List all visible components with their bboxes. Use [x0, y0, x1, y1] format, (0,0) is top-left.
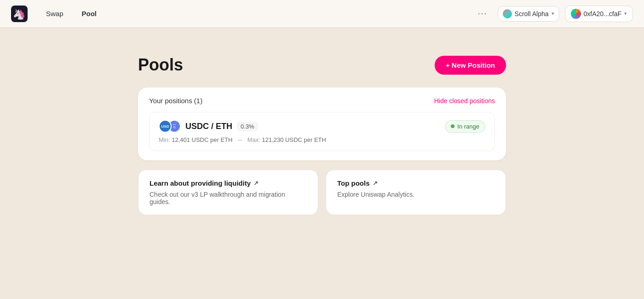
logo-area: 🦄 — [11, 6, 28, 22]
info-cards: Learn about providing liquidity ↗ Check … — [138, 170, 506, 215]
header-right: ··· Scroll Alpha ▾ 0xfA20...cfaF ▾ — [473, 6, 633, 22]
in-range-badge: In range — [445, 120, 485, 133]
learn-external-link-icon: ↗ — [253, 180, 259, 187]
wallet-icon — [571, 9, 581, 19]
max-value: 121,230 USDC per ETH — [262, 136, 326, 143]
in-range-dot — [451, 124, 454, 128]
main-content: Pools + New Position Your positions (1) … — [0, 28, 644, 299]
pair-name: USDC / ETH — [185, 122, 232, 131]
min-label: Min: — [159, 136, 170, 143]
positions-title: Your positions (1) — [149, 97, 202, 105]
wallet-selector[interactable]: 0xfA20...cfaF ▾ — [565, 6, 633, 22]
position-range: Min: 12,401 USDC per ETH ↔ Max: 121,230 … — [159, 136, 485, 143]
network-selector[interactable]: Scroll Alpha ▾ — [498, 6, 559, 22]
max-label: Max: — [247, 136, 260, 143]
fee-badge: 0.3% — [237, 122, 258, 131]
in-range-label: In range — [457, 123, 479, 130]
wallet-chevron-icon: ▾ — [624, 11, 627, 17]
position-top: USD Ξ USDC / ETH 0.3% In range — [159, 120, 485, 133]
hide-closed-button[interactable]: Hide closed positions — [434, 97, 495, 105]
new-position-button[interactable]: + New Position — [435, 56, 506, 75]
token-icons: USD Ξ — [159, 120, 181, 133]
top-pools-desc: Explore Uniswap Analytics. — [337, 191, 494, 198]
positions-card: Your positions (1) Hide closed positions… — [138, 88, 506, 160]
header: 🦄 Swap Pool ··· Scroll Alpha ▾ 0xfA20...… — [0, 0, 644, 28]
learn-liquidity-title: Learn about providing liquidity ↗ — [150, 179, 307, 187]
network-icon — [503, 9, 512, 18]
min-value: 12,401 USDC per ETH — [172, 136, 232, 143]
network-chevron-icon: ▾ — [552, 11, 554, 17]
nav-pool[interactable]: Pool — [78, 8, 101, 19]
top-pools-external-link-icon: ↗ — [373, 180, 378, 187]
positions-header: Your positions (1) Hide closed positions — [149, 97, 495, 105]
svg-text:🦄: 🦄 — [13, 8, 26, 20]
learn-liquidity-desc: Check out our v3 LP walkthrough and migr… — [150, 191, 307, 205]
top-pools-card[interactable]: Top pools ↗ Explore Uniswap Analytics. — [326, 170, 506, 215]
network-label: Scroll Alpha — [515, 10, 549, 18]
position-pair: USD Ξ USDC / ETH 0.3% — [159, 120, 258, 133]
more-button[interactable]: ··· — [473, 6, 492, 21]
page-header: Pools + New Position — [138, 55, 506, 75]
top-pools-title: Top pools ↗ — [337, 179, 494, 187]
learn-liquidity-card[interactable]: Learn about providing liquidity ↗ Check … — [138, 170, 318, 215]
wallet-address: 0xfA20...cfaF — [584, 10, 621, 18]
nav: Swap Pool — [42, 8, 100, 19]
usdc-icon: USD — [159, 120, 172, 133]
position-row[interactable]: USD Ξ USDC / ETH 0.3% In range Min: 12 — [149, 112, 495, 151]
nav-swap[interactable]: Swap — [42, 8, 67, 19]
range-arrow: ↔ — [237, 136, 243, 143]
app-logo: 🦄 — [11, 6, 28, 22]
page-title: Pools — [138, 55, 183, 75]
